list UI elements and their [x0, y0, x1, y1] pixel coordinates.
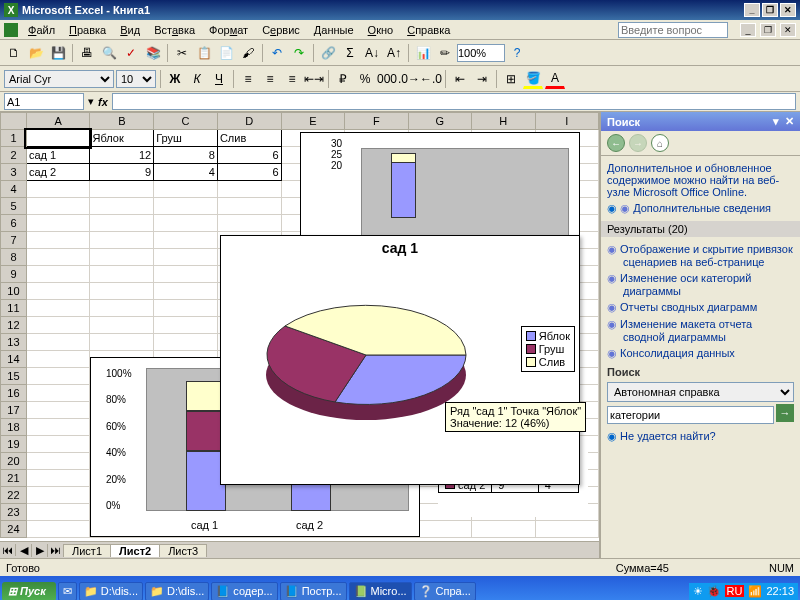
sheet-tab-2[interactable]: Лист2 [110, 544, 160, 557]
cell[interactable] [26, 130, 90, 147]
help-pane-dropdown-icon[interactable]: ▾ [773, 115, 779, 128]
hyperlink-icon[interactable]: 🔗 [318, 43, 338, 63]
borders-icon[interactable]: ⊞ [501, 69, 521, 89]
chart-wizard-icon[interactable]: 📊 [413, 43, 433, 63]
cell[interactable] [26, 487, 90, 504]
cell[interactable] [154, 249, 218, 266]
sort-asc-icon[interactable]: A↓ [362, 43, 382, 63]
cell[interactable] [26, 249, 90, 266]
row-header[interactable]: 1 [1, 130, 27, 147]
name-box[interactable] [4, 93, 84, 110]
cell[interactable] [26, 419, 90, 436]
cell[interactable] [90, 266, 154, 283]
drawing-icon[interactable]: ✏ [435, 43, 455, 63]
cell[interactable] [90, 317, 154, 334]
cell[interactable] [90, 283, 154, 300]
ask-question-input[interactable] [618, 22, 728, 38]
decrease-indent-icon[interactable]: ⇤ [450, 69, 470, 89]
sheet-tab-3[interactable]: Лист3 [159, 544, 207, 557]
row-header[interactable]: 18 [1, 419, 27, 436]
cell[interactable] [26, 181, 90, 198]
cell[interactable] [26, 436, 90, 453]
help-pane-close-icon[interactable]: ✕ [785, 115, 794, 128]
cell[interactable] [90, 334, 154, 351]
research-icon[interactable]: 📚 [143, 43, 163, 63]
cell[interactable]: 6 [217, 147, 281, 164]
row-header[interactable]: 19 [1, 436, 27, 453]
increase-decimal-icon[interactable]: .0→ [399, 69, 419, 89]
search-go-button[interactable]: → [776, 404, 794, 422]
doc-restore-button[interactable]: ❐ [760, 23, 776, 37]
cell[interactable] [154, 300, 218, 317]
cell[interactable] [472, 521, 535, 538]
underline-icon[interactable]: Ч [209, 69, 229, 89]
cell[interactable] [26, 266, 90, 283]
paste-icon[interactable]: 📄 [216, 43, 236, 63]
cell[interactable] [26, 215, 90, 232]
lang-indicator[interactable]: RU [725, 585, 745, 597]
nav-forward-icon[interactable]: → [629, 134, 647, 152]
cell[interactable] [26, 402, 90, 419]
help-result-link[interactable]: Изменение оси категорий диаграммы [623, 272, 794, 297]
tray-icon[interactable]: 📶 [748, 585, 762, 598]
cell[interactable]: 12 [90, 147, 154, 164]
tray-icon[interactable]: 🐞 [707, 585, 721, 598]
menu-help[interactable]: Справка [401, 22, 456, 38]
format-painter-icon[interactable]: 🖌 [238, 43, 258, 63]
cell[interactable]: Груш [154, 130, 218, 147]
menu-tools[interactable]: Сервис [256, 22, 306, 38]
preview-icon[interactable]: 🔍 [99, 43, 119, 63]
zoom-input[interactable] [457, 44, 505, 62]
select-all[interactable] [1, 113, 27, 130]
cell[interactable] [26, 521, 90, 538]
row-header[interactable]: 23 [1, 504, 27, 521]
doc-minimize-button[interactable]: _ [740, 23, 756, 37]
formula-input[interactable] [112, 93, 796, 110]
cell[interactable] [217, 215, 281, 232]
cell[interactable]: 9 [90, 164, 154, 181]
cell[interactable] [90, 249, 154, 266]
cell[interactable] [154, 198, 218, 215]
cell[interactable] [90, 215, 154, 232]
redo-icon[interactable]: ↷ [289, 43, 309, 63]
row-header[interactable]: 3 [1, 164, 27, 181]
cell[interactable]: сад 2 [26, 164, 90, 181]
cell[interactable] [90, 300, 154, 317]
help-icon[interactable]: ? [507, 43, 527, 63]
cell[interactable] [154, 283, 218, 300]
undo-icon[interactable]: ↶ [267, 43, 287, 63]
cell[interactable] [26, 453, 90, 470]
help-result-link[interactable]: Консолидация данных [623, 347, 794, 360]
help-result-link[interactable]: Отчеты сводных диаграмм [623, 301, 794, 314]
task-item[interactable]: 📁D:\dis... [145, 582, 209, 601]
cell[interactable] [26, 504, 90, 521]
row-header[interactable]: 10 [1, 283, 27, 300]
cell[interactable] [154, 232, 218, 249]
row-header[interactable]: 6 [1, 215, 27, 232]
row-header[interactable]: 5 [1, 198, 27, 215]
row-header[interactable]: 14 [1, 351, 27, 368]
cell[interactable]: сад 1 [26, 147, 90, 164]
cell[interactable]: 4 [154, 164, 218, 181]
task-item[interactable]: 📘Постр... [280, 582, 347, 601]
pie-chart[interactable]: сад 1 Яблок Груш Слив [220, 235, 580, 485]
cell[interactable] [90, 232, 154, 249]
menu-data[interactable]: Данные [308, 22, 360, 38]
system-tray[interactable]: ☀ 🐞 RU 📶 22:13 [689, 583, 798, 600]
cell[interactable] [26, 385, 90, 402]
cell[interactable] [154, 181, 218, 198]
spellcheck-icon[interactable]: ✓ [121, 43, 141, 63]
cell[interactable] [154, 215, 218, 232]
cell[interactable] [535, 521, 599, 538]
row-header[interactable]: 9 [1, 266, 27, 283]
row-header[interactable]: 22 [1, 487, 27, 504]
nav-back-icon[interactable]: ← [607, 134, 625, 152]
row-header[interactable]: 12 [1, 317, 27, 334]
restore-button[interactable]: ❐ [762, 3, 778, 17]
cell[interactable]: Яблок [90, 130, 154, 147]
col-header[interactable]: B [90, 113, 154, 130]
font-size-select[interactable]: 10 [116, 70, 156, 88]
font-color-icon[interactable]: A [545, 69, 565, 89]
sheet-tab-1[interactable]: Лист1 [63, 544, 111, 557]
task-item-active[interactable]: 📗Micro... [349, 582, 412, 601]
